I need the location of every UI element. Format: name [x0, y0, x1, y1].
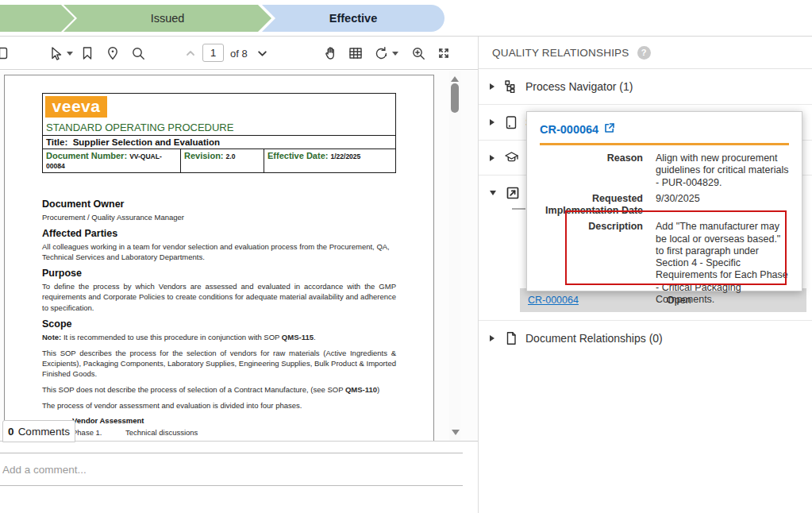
affected-parties-text: All colleagues working in a team for ven… — [42, 241, 396, 262]
viewer-toolbar: of 8 — [0, 37, 478, 70]
help-icon[interactable]: ? — [637, 46, 651, 60]
field-requested-implementation-date: Requested Implementation Date 9/30/2025 — [540, 193, 789, 218]
external-link-box-icon — [506, 186, 520, 200]
workflow-status-bar: Issued Effective — [0, 0, 812, 37]
comments-label: Comments — [18, 426, 70, 438]
page-down-icon[interactable] — [254, 45, 270, 61]
pdf-page: veeva STANDARD OPERATING PROCEDURE Title… — [4, 75, 434, 442]
chevron-right-icon — [490, 119, 495, 125]
workflow-step-previous[interactable] — [0, 5, 75, 32]
scroll-up-icon[interactable] — [451, 76, 459, 82]
section-document-relationships[interactable]: Document Relationships (0) — [479, 320, 812, 355]
process-navigator-icon — [504, 79, 518, 94]
veeva-logo: veeva — [45, 96, 107, 118]
location-pin-icon[interactable] — [105, 45, 121, 61]
doc-owner-text: Procurement / Quality Assurance Manager — [42, 212, 396, 222]
pan-hand-icon[interactable] — [323, 45, 339, 61]
document-icon — [504, 331, 518, 345]
thumbnails-grid-icon[interactable] — [348, 45, 364, 61]
fullscreen-icon[interactable] — [436, 45, 452, 61]
phase-row: Phase 2.General Vendor Audit — [72, 438, 397, 442]
section-label: Document Relationships (0) — [525, 332, 663, 345]
viewer-scrollbar[interactable] — [449, 71, 460, 442]
cr-title-link[interactable]: CR-000064 — [540, 122, 789, 136]
scope-paragraph-2: This SOP describes the process for the s… — [42, 348, 396, 379]
external-link-icon — [604, 122, 615, 136]
scroll-down-icon[interactable] — [452, 430, 460, 435]
purpose-heading: Purpose — [42, 268, 397, 279]
chevron-right-icon — [490, 335, 495, 341]
effective-date-cell: Effective Date: 1/22/2025 — [264, 149, 395, 172]
revision-cell: Revision: 2.0 — [180, 149, 264, 172]
rotate-dropdown-icon[interactable] — [391, 45, 400, 61]
scope-paragraph-3: This SOP does not describe the process o… — [42, 384, 396, 395]
workflow-step-issued[interactable]: Issued — [63, 5, 271, 32]
pointer-icon[interactable] — [48, 45, 63, 61]
chevron-right-icon — [490, 155, 495, 161]
section-process-navigator[interactable]: Process Navigator (1) — [479, 69, 812, 104]
panel-icon[interactable] — [0, 45, 10, 61]
chevron-down-icon — [490, 191, 496, 195]
section-label: Process Navigator (1) — [525, 80, 633, 93]
hidden-table-edge — [512, 208, 525, 210]
bookmark-icon[interactable] — [79, 45, 95, 61]
page-up-icon[interactable] — [183, 45, 198, 61]
doc-owner-heading: Document Owner — [42, 199, 397, 210]
panel-title: QUALITY RELATIONSHIPS — [492, 47, 629, 59]
sop-type-heading: STANDARD OPERATING PROCEDURE — [46, 122, 233, 133]
graduation-cap-icon — [504, 150, 519, 165]
scope-paragraph-4: The process of vendor assessment and eva… — [42, 400, 396, 411]
workflow-step-label: Issued — [151, 12, 185, 25]
panel-header: QUALITY RELATIONSHIPS ? — [479, 37, 812, 69]
sop-meta-row: Document Number: VV-QUAL-00084 Revision:… — [43, 148, 395, 172]
field-description: Description Add "The manufacturer may be… — [540, 221, 789, 306]
field-reason: Reason Align with new procurement guidel… — [540, 152, 789, 189]
comments-count: 0 — [8, 426, 14, 438]
scrollbar-thumb[interactable] — [451, 83, 459, 113]
purpose-text: To define the process by which Vendors a… — [42, 281, 396, 312]
chevron-right-icon — [490, 83, 495, 90]
workflow-step-label: Effective — [329, 12, 377, 25]
vendor-assessment-heading: Vendor Assessment — [72, 416, 397, 425]
accent-rule — [540, 143, 789, 145]
document-viewer-pane: of 8 veeva STANDARD OPERATING PROCEDURE — [0, 37, 478, 513]
sop-header-table: veeva STANDARD OPERATING PROCEDURE Title… — [42, 93, 396, 173]
tablet-icon — [504, 115, 518, 129]
workflow-step-effective[interactable]: Effective — [262, 5, 444, 32]
phase-row: Phase 1.Technical discussions — [72, 427, 397, 438]
doc-number-cell: Document Number: VV-QUAL-00084 — [43, 149, 180, 172]
sop-title-row: Title: Supplier Selection and Evaluation — [43, 135, 395, 148]
zoom-in-icon[interactable] — [410, 45, 426, 61]
comment-input[interactable] — [0, 453, 463, 485]
affected-parties-heading: Affected Parties — [42, 228, 397, 239]
page-number-input[interactable] — [202, 44, 224, 62]
scope-heading: Scope — [42, 318, 397, 330]
scope-note: Note: It is recommended to use this proc… — [42, 332, 396, 342]
search-icon[interactable] — [130, 45, 146, 61]
comment-input-area — [0, 453, 463, 486]
document-canvas[interactable]: veeva STANDARD OPERATING PROCEDURE Title… — [0, 71, 478, 442]
page-total-label: of 8 — [230, 48, 248, 60]
rotate-icon[interactable] — [373, 45, 389, 61]
pointer-dropdown-icon[interactable] — [65, 45, 75, 61]
comments-tab[interactable]: 0 Comments — [2, 420, 75, 442]
cr-hover-card: CR-000064 Reason Align with new procurem… — [526, 111, 802, 291]
